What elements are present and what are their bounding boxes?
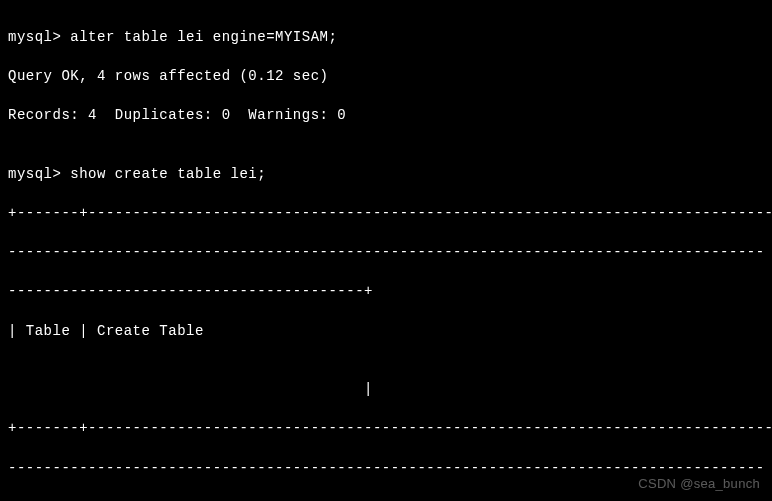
- table-border: ----------------------------------------…: [8, 282, 764, 302]
- records-result-line: Records: 4 Duplicates: 0 Warnings: 0: [8, 106, 764, 126]
- table-border: +-------+-------------------------------…: [8, 419, 764, 439]
- table-header-row: | Table | Create Table: [8, 322, 764, 342]
- alter-command: alter table lei engine=MYISAM;: [70, 29, 337, 45]
- table-border: +-------+-------------------------------…: [8, 204, 764, 224]
- query-result-line: Query OK, 4 rows affected (0.12 sec): [8, 67, 764, 87]
- table-border: ----------------------------------------…: [8, 243, 764, 263]
- mysql-prompt: mysql>: [8, 29, 70, 45]
- terminal-output: mysql> alter table lei engine=MYISAM; Qu…: [8, 8, 764, 501]
- csdn-watermark: CSDN @sea_bunch: [638, 475, 760, 493]
- show-create-command: show create table lei;: [70, 166, 266, 182]
- mysql-prompt: mysql>: [8, 166, 70, 182]
- command-line-2: mysql> show create table lei;: [8, 165, 764, 185]
- command-line-1: mysql> alter table lei engine=MYISAM;: [8, 28, 764, 48]
- table-header-end: |: [8, 380, 764, 400]
